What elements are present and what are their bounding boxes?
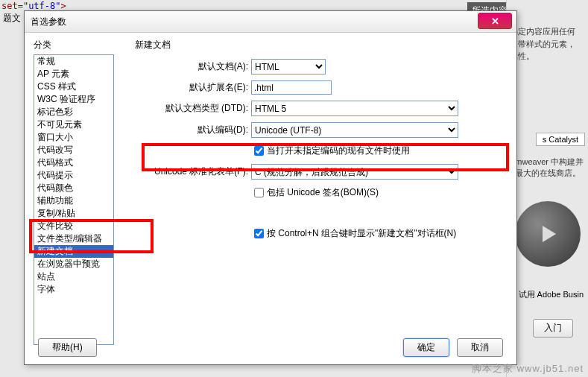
category-item[interactable]: 常规 (34, 55, 113, 68)
category-item[interactable]: 复制/粘贴 (34, 207, 113, 220)
cancel-button[interactable]: 取消 (457, 338, 503, 357)
category-item[interactable]: AP 元素 (34, 68, 113, 80)
ctrl-n-checkbox-label: 按 Control+N 组合键时显示"新建文档"对话框(N) (267, 227, 456, 240)
category-item[interactable]: 字体 (34, 283, 113, 296)
category-item[interactable]: CSS 样式 (34, 80, 113, 93)
dtd-select[interactable]: HTML 5 (251, 101, 458, 116)
section-title: 新建文档 (135, 39, 506, 51)
categories-list[interactable]: 常规AP 元素CSS 样式W3C 验证程序标记色彩不可见元素窗口大小代码改写代码… (34, 54, 114, 345)
category-item[interactable]: W3C 验证程序 (34, 93, 113, 106)
default-ext-input[interactable] (251, 80, 332, 95)
watermark: 脚本之家 www.jb51.net (472, 362, 584, 376)
encoding-label: 默认编码(D): (135, 124, 251, 136)
play-icon (543, 226, 556, 242)
play-circle[interactable] (515, 201, 581, 267)
categories-label: 分类 (34, 39, 121, 51)
code-snippet: set="utf-8"> (1, 1, 66, 11)
category-item[interactable]: 代码颜色 (34, 182, 113, 194)
default-doc-select[interactable]: HTML (251, 59, 326, 75)
default-doc-label: 默认文档(A): (135, 60, 251, 73)
help-button[interactable]: 帮助(H) (38, 338, 97, 357)
encoding-select[interactable]: Unicode (UTF-8) (251, 122, 458, 138)
close-button[interactable]: ✕ (478, 13, 512, 29)
category-item[interactable]: 代码提示 (34, 169, 113, 182)
encoding-checkbox-label: 当打开未指定编码的现有文件时使用 (267, 145, 410, 157)
default-ext-label: 默认扩展名(E): (135, 81, 251, 94)
ok-button[interactable]: 确定 (403, 338, 449, 357)
category-item[interactable]: 新建文档 (34, 245, 113, 258)
bom-checkbox-label: 包括 Unicode 签名(BOM)(S) (267, 186, 379, 199)
encoding-checkbox[interactable] (254, 146, 264, 156)
dialog-title: 首选参数 (31, 16, 66, 28)
bom-checkbox[interactable] (254, 188, 264, 197)
dtd-label: 默认文档类型 (DTD): (135, 102, 251, 115)
category-item[interactable]: 代码格式 (34, 156, 113, 169)
ctrl-n-checkbox[interactable] (254, 229, 264, 238)
normalization-select[interactable]: C (规范分解，后跟规范合成) (251, 164, 458, 180)
category-item[interactable]: 标记色彩 (34, 106, 113, 118)
dialog-titlebar[interactable]: 首选参数 ✕ (25, 11, 516, 33)
category-item[interactable]: 文件比较 (34, 220, 113, 232)
close-icon: ✕ (491, 16, 499, 27)
category-item[interactable]: 文件类型/编辑器 (34, 232, 113, 245)
category-item[interactable]: 不可见元素 (34, 118, 113, 131)
get-started-button[interactable]: 入门 (533, 319, 573, 338)
normalization-label: Unicode 标准化表单(F): (135, 165, 251, 178)
category-item[interactable]: 辅助功能 (34, 194, 113, 207)
category-item[interactable]: 在浏览器中预览 (34, 258, 113, 270)
bg-catalyst-label: s Catalyst (536, 133, 585, 146)
preferences-dialog: 首选参数 ✕ 分类 常规AP 元素CSS 样式W3C 验证程序标记色彩不可见元素… (24, 10, 517, 365)
category-item[interactable]: 代码改写 (34, 144, 113, 156)
category-item[interactable]: 站点 (34, 270, 113, 283)
category-item[interactable]: 窗口大小 (34, 131, 113, 144)
doc-title-label: 题文 (3, 12, 21, 25)
